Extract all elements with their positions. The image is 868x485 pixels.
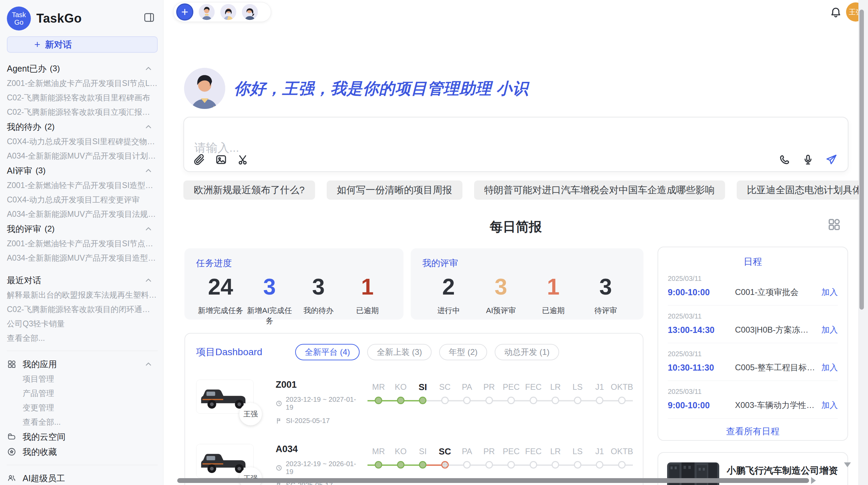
card-my-review: 我的评审 2 进行中 3 AI预评审 1 已逾期 3 待评审 <box>411 248 643 320</box>
image-icon[interactable] <box>215 153 227 166</box>
project-row[interactable]: 王强 Z001 2023-12-19 ~ 2027-01-19 SI-2025-… <box>196 380 632 425</box>
section-my-todo[interactable]: 我的待办 (2) <box>7 119 158 134</box>
sidebar-collapse-icon[interactable] <box>143 12 155 23</box>
tab-new-platform[interactable]: 全新平台 (4) <box>295 344 360 360</box>
milestone-label: SC <box>434 380 456 394</box>
milestone-node <box>441 397 449 404</box>
suggestion-chip[interactable]: 比亚迪全固态电池计划具体说了什么 <box>737 181 868 200</box>
suggestion-chip[interactable]: 如何写一份清晰的项目周报 <box>327 181 462 200</box>
milestone-node <box>618 397 626 404</box>
list-item[interactable]: A034-全新新能源MUV产品开发项目计划变更表编写 <box>7 149 158 163</box>
sidebar-item-label: 我的应用 <box>23 359 57 370</box>
stat-value: 3 <box>475 274 527 299</box>
sidebar-item-my-apps[interactable]: 我的应用 <box>7 357 158 372</box>
section-agent-done[interactable]: Agent已办 (3) <box>7 61 158 76</box>
milestone-node <box>485 397 493 404</box>
tab-powertrain[interactable]: 动总开发 (1) <box>495 344 559 360</box>
milestone-node <box>419 397 426 404</box>
composer-left-tools <box>193 153 249 166</box>
milestone: J1 <box>589 380 611 408</box>
vertical-scrollbar-thumb[interactable] <box>859 10 864 310</box>
view-all-schedule-link[interactable]: 查看所有日程 <box>668 425 838 437</box>
chevron-up-icon[interactable] <box>144 224 153 233</box>
sidebar-item-ai-employee[interactable]: AI超级员工 <box>7 471 158 485</box>
chevron-up-icon[interactable] <box>144 122 153 131</box>
composer-right-tools <box>779 153 837 166</box>
layout-grid-icon[interactable] <box>827 217 841 232</box>
section-count: (3) <box>36 166 46 175</box>
agent-avatar[interactable] <box>220 4 237 20</box>
milestone-node <box>485 461 493 469</box>
new-chat-button[interactable]: + 新对话 <box>7 36 158 53</box>
join-link[interactable]: 加入 <box>821 362 838 373</box>
milestone-node-track <box>611 394 633 408</box>
plus-icon <box>180 8 189 16</box>
add-agent-button[interactable] <box>176 3 193 21</box>
section-my-review[interactable]: 我的评审 (2) <box>7 221 158 236</box>
milestone-node <box>530 461 537 469</box>
flag-date: SI-2025-05-17 <box>286 417 330 425</box>
recent-view-all-link[interactable]: 查看全部... <box>7 331 158 345</box>
section-recent-chats[interactable]: 最近对话 <box>7 273 158 288</box>
card-title: 我的评审 <box>422 257 632 269</box>
milestone-node <box>507 461 515 469</box>
notifications-bell-icon[interactable] <box>830 6 842 18</box>
app-view-all-link[interactable]: 查看全部... <box>7 415 158 429</box>
list-item[interactable]: Z001-全新燃油轻卡产品开发项目SI节点属性5D文件评审 <box>7 236 158 251</box>
chat-composer[interactable]: 请输入... <box>183 117 848 172</box>
milestone-node-track <box>412 394 434 408</box>
section-label: 我的待办 <box>7 121 41 133</box>
join-link[interactable]: 加入 <box>821 400 838 411</box>
attachment-paperclip-icon[interactable] <box>193 153 205 166</box>
join-link[interactable]: 加入 <box>821 287 838 298</box>
scissors-icon[interactable] <box>237 153 249 166</box>
agent-avatar[interactable] <box>198 4 215 20</box>
app-item-project-mgmt[interactable]: 项目管理 <box>7 372 158 386</box>
phone-call-icon[interactable] <box>779 153 791 166</box>
milestone-node <box>596 397 603 404</box>
recent-chat-item[interactable]: 公司Q3轻卡销量 <box>7 316 158 331</box>
sidebar-item-cloud-space[interactable]: 我的云空间 <box>7 429 158 444</box>
project-owner-badge: 王强 <box>239 403 262 425</box>
chevron-up-icon[interactable] <box>144 276 153 285</box>
agent-avatar[interactable] <box>242 4 258 20</box>
microphone-icon[interactable] <box>802 153 814 166</box>
list-item[interactable]: A034-全新新能源MUV产品开发项目法规符合性评审 <box>7 207 158 221</box>
milestone: SI <box>412 380 434 408</box>
list-item[interactable]: A034-全新新能源MUV产品开发项目造型可行性评审 <box>7 251 158 265</box>
list-item[interactable]: Z001-全新燃油皮卡产品开发项目SI节点Lesson Learn报告 <box>7 76 158 90</box>
milestone: FEC <box>522 380 545 408</box>
horizontal-scrollbar-thumb[interactable] <box>177 478 809 483</box>
list-item[interactable]: C02-飞腾新能源轻客改款项目立项汇报方案 <box>7 105 158 119</box>
section-ai-review[interactable]: AI评审 (3) <box>7 163 158 178</box>
milestone-node-track <box>522 394 545 408</box>
suggestion-chip[interactable]: 欧洲新规最近颁布了什么? <box>183 181 315 200</box>
suggestion-chips: 欧洲新规最近颁布了什么? 如何写一份清晰的项目周报 特朗普可能对进口汽车增税会对… <box>183 181 848 200</box>
grid-icon <box>7 359 16 369</box>
schedule-time: 10:30-11:30 <box>668 363 735 373</box>
tab-new-body[interactable]: 全新上装 (3) <box>367 344 432 360</box>
app-item-product-mgmt[interactable]: 产品管理 <box>7 386 158 400</box>
milestone-label: LS <box>567 445 589 458</box>
sidebar-item-favorites[interactable]: 我的收藏 <box>7 444 158 459</box>
list-item[interactable]: C02-飞腾新能源轻客改款项目里程碑画布 <box>7 90 158 105</box>
list-item[interactable]: Z001-全新燃油轻卡产品开发项目SI造型提交物评审 <box>7 178 158 192</box>
suggestion-chip[interactable]: 特朗普可能对进口汽车增税会对中国车企造成哪些影响 <box>474 181 725 200</box>
sidebar-item-label: 我的收藏 <box>23 446 57 458</box>
scroll-down-arrow-icon[interactable] <box>844 462 851 467</box>
sidebar-item-label: AI超级员工 <box>23 473 65 484</box>
chevron-up-icon[interactable] <box>144 360 153 369</box>
list-item[interactable]: C0X4-动力总成开发项目工程变更评审 <box>7 192 158 207</box>
join-link[interactable]: 加入 <box>821 324 838 335</box>
divider <box>7 351 158 351</box>
recent-chat-item[interactable]: 解释最新出台的欧盟报废车法规再生塑料比例被调至15%... <box>7 288 158 302</box>
list-item[interactable]: C0X4-动力总成开发项目SI里程碑提交物检查 <box>7 134 158 149</box>
tab-year-model[interactable]: 年型 (2) <box>439 344 487 360</box>
app-item-change-mgmt[interactable]: 变更管理 <box>7 400 158 415</box>
chevron-up-icon[interactable] <box>144 166 153 175</box>
recent-chat-item[interactable]: C02-飞腾新能源轻客改款项目的闭环通告反馈情况 <box>7 302 158 316</box>
send-icon[interactable] <box>825 153 837 166</box>
scroll-right-arrow-icon[interactable] <box>811 477 816 484</box>
chevron-up-icon[interactable] <box>144 64 153 73</box>
milestone-label: OKTB <box>611 445 633 458</box>
